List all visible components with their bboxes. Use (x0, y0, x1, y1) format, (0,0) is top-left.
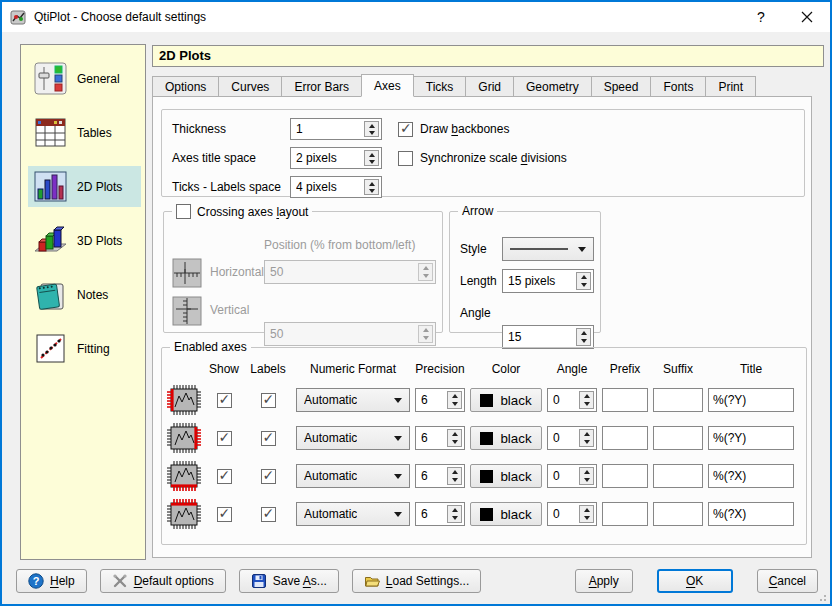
labels-checkbox[interactable] (261, 469, 276, 484)
labels-checkbox[interactable] (261, 393, 276, 408)
sidebar-item-notes[interactable]: Notes (28, 274, 141, 315)
suffix-input[interactable] (653, 464, 703, 488)
spin-up-button[interactable] (448, 506, 461, 514)
angle-spinner[interactable] (547, 426, 597, 450)
spin-down-button[interactable] (577, 337, 590, 345)
spin-up-button[interactable] (365, 180, 378, 187)
labels-checkbox[interactable] (261, 431, 276, 446)
show-checkbox[interactable] (217, 507, 232, 522)
show-checkbox[interactable] (217, 393, 232, 408)
sidebar-item-general[interactable]: General (28, 58, 141, 99)
sidebar-item-3d-plots[interactable]: 3D Plots (28, 220, 141, 261)
axis-title-input[interactable] (708, 426, 794, 450)
cancel-button[interactable]: Cancel (757, 569, 818, 593)
spin-up-button[interactable] (577, 273, 590, 281)
angle-input[interactable] (548, 503, 576, 525)
spin-up-button[interactable] (448, 392, 461, 400)
tab-geometry[interactable]: Geometry (513, 76, 592, 97)
sidebar-item-fitting[interactable]: Fitting (28, 328, 141, 369)
prefix-input[interactable] (602, 388, 648, 412)
prefix-input[interactable] (602, 502, 648, 526)
save-as-button[interactable]: Save As... (239, 569, 339, 593)
spin-down-button[interactable] (365, 129, 378, 136)
precision-input[interactable] (416, 389, 444, 411)
spin-up-button[interactable] (448, 430, 461, 438)
labels-checkbox[interactable] (261, 507, 276, 522)
numeric-format-dropdown[interactable]: Automatic (296, 464, 410, 488)
spin-down-button[interactable] (448, 514, 461, 522)
suffix-input[interactable] (653, 388, 703, 412)
close-button[interactable] (784, 2, 830, 32)
axis-title-input[interactable] (708, 464, 794, 488)
prefix-input[interactable] (602, 426, 648, 450)
axis-color-button[interactable]: black (470, 426, 542, 450)
axis-title-input[interactable] (708, 388, 794, 412)
numeric-format-dropdown[interactable]: Automatic (296, 426, 410, 450)
synchronize-divisions-checkbox[interactable]: Synchronize scale divisions (398, 151, 567, 166)
numeric-format-dropdown[interactable]: Automatic (296, 502, 410, 526)
prefix-input[interactable] (602, 464, 648, 488)
show-checkbox[interactable] (217, 469, 232, 484)
help-button[interactable]: ? Help (16, 569, 87, 593)
ok-button[interactable]: OK (657, 569, 733, 593)
precision-input[interactable] (416, 465, 444, 487)
tab-error-bars[interactable]: Error Bars (281, 76, 362, 97)
suffix-input[interactable] (653, 502, 703, 526)
spin-up-button[interactable] (580, 468, 593, 476)
angle-spinner[interactable] (547, 502, 597, 526)
axis-color-button[interactable]: black (470, 464, 542, 488)
spin-down-button[interactable] (448, 438, 461, 446)
thickness-spinner[interactable] (290, 118, 382, 140)
sidebar-item-2d-plots[interactable]: 2D Plots (28, 166, 141, 207)
precision-spinner[interactable] (415, 464, 465, 488)
arrow-length-input[interactable] (503, 270, 573, 292)
arrow-angle-input[interactable] (503, 326, 573, 348)
tab-options[interactable]: Options (152, 76, 219, 97)
arrow-angle-spinner[interactable] (502, 325, 594, 349)
resize-grip[interactable] (816, 591, 826, 601)
crossing-axes-checkbox[interactable]: Crossing axes layout (172, 204, 312, 219)
spin-up-button[interactable] (580, 506, 593, 514)
default-options-button[interactable]: Default options (100, 569, 226, 593)
angle-spinner[interactable] (547, 464, 597, 488)
spin-down-button[interactable] (580, 400, 593, 408)
spin-down-button[interactable] (448, 400, 461, 408)
apply-button[interactable]: Apply (575, 569, 633, 593)
angle-spinner[interactable] (547, 388, 597, 412)
ticks-labels-space-input[interactable] (291, 177, 361, 197)
arrow-style-dropdown[interactable] (502, 237, 594, 261)
tab-axes[interactable]: Axes (361, 74, 414, 97)
axes-title-space-input[interactable] (291, 148, 361, 168)
angle-input[interactable] (548, 389, 576, 411)
precision-input[interactable] (416, 427, 444, 449)
spin-down-button[interactable] (365, 158, 378, 165)
arrow-length-spinner[interactable] (502, 269, 594, 293)
spin-down-button[interactable] (365, 187, 378, 194)
angle-input[interactable] (548, 427, 576, 449)
tab-print[interactable]: Print (705, 76, 756, 97)
axis-title-input[interactable] (708, 502, 794, 526)
spin-up-button[interactable] (577, 329, 590, 337)
tab-fonts[interactable]: Fonts (650, 76, 706, 97)
spin-down-button[interactable] (580, 514, 593, 522)
load-settings-button[interactable]: Load Settings... (352, 569, 481, 593)
sidebar-item-tables[interactable]: Tables (28, 112, 141, 153)
spin-up-button[interactable] (448, 468, 461, 476)
spin-up-button[interactable] (365, 151, 378, 158)
spin-down-button[interactable] (448, 476, 461, 484)
precision-spinner[interactable] (415, 388, 465, 412)
precision-spinner[interactable] (415, 502, 465, 526)
ticks-labels-space-spinner[interactable] (290, 176, 382, 198)
spin-up-button[interactable] (580, 392, 593, 400)
spin-up-button[interactable] (580, 430, 593, 438)
suffix-input[interactable] (653, 426, 703, 450)
tab-ticks[interactable]: Ticks (413, 76, 467, 97)
spin-down-button[interactable] (580, 438, 593, 446)
tab-curves[interactable]: Curves (218, 76, 282, 97)
precision-spinner[interactable] (415, 426, 465, 450)
thickness-input[interactable] (291, 119, 361, 139)
tab-speed[interactable]: Speed (591, 76, 652, 97)
tab-grid[interactable]: Grid (465, 76, 514, 97)
spin-down-button[interactable] (577, 281, 590, 289)
precision-input[interactable] (416, 503, 444, 525)
